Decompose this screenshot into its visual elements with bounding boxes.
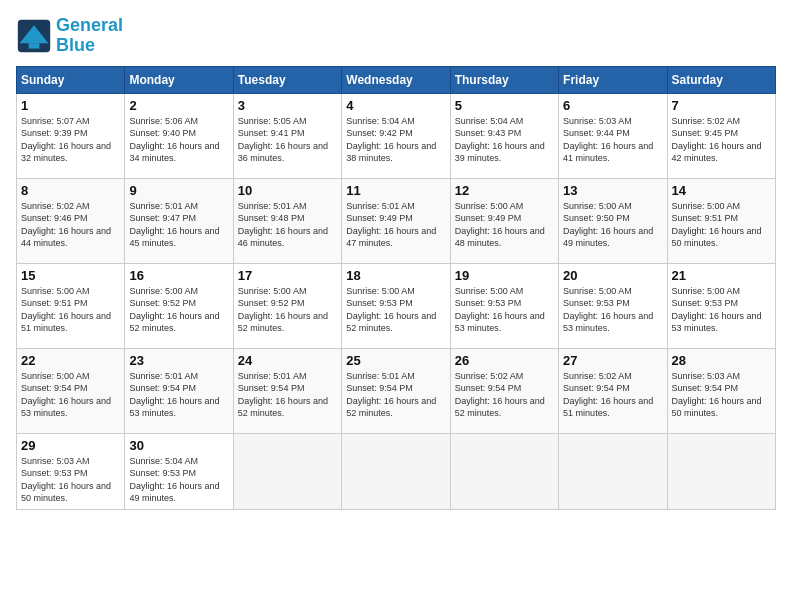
- calendar-cell: 23Sunrise: 5:01 AMSunset: 9:54 PMDayligh…: [125, 348, 233, 433]
- day-info: Sunrise: 5:02 AMSunset: 9:54 PMDaylight:…: [563, 370, 662, 420]
- logo-icon: [16, 18, 52, 54]
- calendar-cell: 20Sunrise: 5:00 AMSunset: 9:53 PMDayligh…: [559, 263, 667, 348]
- day-info: Sunrise: 5:03 AMSunset: 9:53 PMDaylight:…: [21, 455, 120, 505]
- day-number: 27: [563, 353, 662, 368]
- day-number: 25: [346, 353, 445, 368]
- day-number: 17: [238, 268, 337, 283]
- weekday-header-row: SundayMondayTuesdayWednesdayThursdayFrid…: [17, 66, 776, 93]
- calendar-cell: 14Sunrise: 5:00 AMSunset: 9:51 PMDayligh…: [667, 178, 775, 263]
- calendar-cell: 24Sunrise: 5:01 AMSunset: 9:54 PMDayligh…: [233, 348, 341, 433]
- day-info: Sunrise: 5:03 AMSunset: 9:44 PMDaylight:…: [563, 115, 662, 165]
- day-number: 15: [21, 268, 120, 283]
- day-number: 10: [238, 183, 337, 198]
- day-info: Sunrise: 5:06 AMSunset: 9:40 PMDaylight:…: [129, 115, 228, 165]
- calendar-week-row: 29Sunrise: 5:03 AMSunset: 9:53 PMDayligh…: [17, 433, 776, 509]
- day-info: Sunrise: 5:00 AMSunset: 9:49 PMDaylight:…: [455, 200, 554, 250]
- day-number: 12: [455, 183, 554, 198]
- calendar-cell: 7Sunrise: 5:02 AMSunset: 9:45 PMDaylight…: [667, 93, 775, 178]
- weekday-header: Monday: [125, 66, 233, 93]
- svg-rect-2: [29, 43, 40, 48]
- day-number: 19: [455, 268, 554, 283]
- day-info: Sunrise: 5:01 AMSunset: 9:54 PMDaylight:…: [238, 370, 337, 420]
- day-number: 7: [672, 98, 771, 113]
- logo-blue: Blue: [56, 35, 95, 55]
- day-info: Sunrise: 5:00 AMSunset: 9:51 PMDaylight:…: [21, 285, 120, 335]
- calendar-cell: 5Sunrise: 5:04 AMSunset: 9:43 PMDaylight…: [450, 93, 558, 178]
- day-number: 30: [129, 438, 228, 453]
- day-number: 6: [563, 98, 662, 113]
- day-info: Sunrise: 5:01 AMSunset: 9:54 PMDaylight:…: [129, 370, 228, 420]
- calendar-cell: [450, 433, 558, 509]
- calendar-cell: 29Sunrise: 5:03 AMSunset: 9:53 PMDayligh…: [17, 433, 125, 509]
- calendar-table: SundayMondayTuesdayWednesdayThursdayFrid…: [16, 66, 776, 510]
- day-number: 18: [346, 268, 445, 283]
- calendar-cell: 26Sunrise: 5:02 AMSunset: 9:54 PMDayligh…: [450, 348, 558, 433]
- weekday-header: Saturday: [667, 66, 775, 93]
- day-number: 21: [672, 268, 771, 283]
- day-number: 24: [238, 353, 337, 368]
- calendar-cell: 21Sunrise: 5:00 AMSunset: 9:53 PMDayligh…: [667, 263, 775, 348]
- calendar-cell: 4Sunrise: 5:04 AMSunset: 9:42 PMDaylight…: [342, 93, 450, 178]
- day-number: 1: [21, 98, 120, 113]
- logo: General Blue: [16, 16, 123, 56]
- calendar-cell: [559, 433, 667, 509]
- day-number: 16: [129, 268, 228, 283]
- day-info: Sunrise: 5:00 AMSunset: 9:51 PMDaylight:…: [672, 200, 771, 250]
- calendar-week-row: 1Sunrise: 5:07 AMSunset: 9:39 PMDaylight…: [17, 93, 776, 178]
- day-number: 13: [563, 183, 662, 198]
- day-number: 20: [563, 268, 662, 283]
- day-number: 8: [21, 183, 120, 198]
- day-number: 28: [672, 353, 771, 368]
- day-info: Sunrise: 5:01 AMSunset: 9:47 PMDaylight:…: [129, 200, 228, 250]
- day-info: Sunrise: 5:00 AMSunset: 9:54 PMDaylight:…: [21, 370, 120, 420]
- calendar-cell: 17Sunrise: 5:00 AMSunset: 9:52 PMDayligh…: [233, 263, 341, 348]
- calendar-cell: 10Sunrise: 5:01 AMSunset: 9:48 PMDayligh…: [233, 178, 341, 263]
- day-info: Sunrise: 5:02 AMSunset: 9:46 PMDaylight:…: [21, 200, 120, 250]
- day-info: Sunrise: 5:00 AMSunset: 9:52 PMDaylight:…: [238, 285, 337, 335]
- day-info: Sunrise: 5:07 AMSunset: 9:39 PMDaylight:…: [21, 115, 120, 165]
- day-number: 26: [455, 353, 554, 368]
- day-info: Sunrise: 5:02 AMSunset: 9:45 PMDaylight:…: [672, 115, 771, 165]
- day-info: Sunrise: 5:00 AMSunset: 9:53 PMDaylight:…: [672, 285, 771, 335]
- weekday-header: Tuesday: [233, 66, 341, 93]
- calendar-cell: 3Sunrise: 5:05 AMSunset: 9:41 PMDaylight…: [233, 93, 341, 178]
- day-info: Sunrise: 5:01 AMSunset: 9:49 PMDaylight:…: [346, 200, 445, 250]
- day-info: Sunrise: 5:01 AMSunset: 9:54 PMDaylight:…: [346, 370, 445, 420]
- day-info: Sunrise: 5:01 AMSunset: 9:48 PMDaylight:…: [238, 200, 337, 250]
- logo-general: General: [56, 15, 123, 35]
- calendar-cell: 13Sunrise: 5:00 AMSunset: 9:50 PMDayligh…: [559, 178, 667, 263]
- day-info: Sunrise: 5:02 AMSunset: 9:54 PMDaylight:…: [455, 370, 554, 420]
- day-info: Sunrise: 5:00 AMSunset: 9:52 PMDaylight:…: [129, 285, 228, 335]
- day-info: Sunrise: 5:04 AMSunset: 9:42 PMDaylight:…: [346, 115, 445, 165]
- calendar-cell: 18Sunrise: 5:00 AMSunset: 9:53 PMDayligh…: [342, 263, 450, 348]
- weekday-header: Friday: [559, 66, 667, 93]
- calendar-cell: [342, 433, 450, 509]
- day-info: Sunrise: 5:00 AMSunset: 9:53 PMDaylight:…: [455, 285, 554, 335]
- day-number: 2: [129, 98, 228, 113]
- day-info: Sunrise: 5:03 AMSunset: 9:54 PMDaylight:…: [672, 370, 771, 420]
- day-number: 23: [129, 353, 228, 368]
- logo-text: General Blue: [56, 16, 123, 56]
- day-info: Sunrise: 5:00 AMSunset: 9:53 PMDaylight:…: [346, 285, 445, 335]
- day-number: 9: [129, 183, 228, 198]
- day-info: Sunrise: 5:04 AMSunset: 9:43 PMDaylight:…: [455, 115, 554, 165]
- weekday-header: Wednesday: [342, 66, 450, 93]
- calendar-week-row: 8Sunrise: 5:02 AMSunset: 9:46 PMDaylight…: [17, 178, 776, 263]
- weekday-header: Sunday: [17, 66, 125, 93]
- calendar-week-row: 15Sunrise: 5:00 AMSunset: 9:51 PMDayligh…: [17, 263, 776, 348]
- day-number: 11: [346, 183, 445, 198]
- calendar-week-row: 22Sunrise: 5:00 AMSunset: 9:54 PMDayligh…: [17, 348, 776, 433]
- calendar-cell: 1Sunrise: 5:07 AMSunset: 9:39 PMDaylight…: [17, 93, 125, 178]
- day-info: Sunrise: 5:00 AMSunset: 9:50 PMDaylight:…: [563, 200, 662, 250]
- weekday-header: Thursday: [450, 66, 558, 93]
- day-number: 5: [455, 98, 554, 113]
- calendar-cell: 12Sunrise: 5:00 AMSunset: 9:49 PMDayligh…: [450, 178, 558, 263]
- day-info: Sunrise: 5:05 AMSunset: 9:41 PMDaylight:…: [238, 115, 337, 165]
- calendar-cell: 11Sunrise: 5:01 AMSunset: 9:49 PMDayligh…: [342, 178, 450, 263]
- calendar-cell: [667, 433, 775, 509]
- calendar-cell: 22Sunrise: 5:00 AMSunset: 9:54 PMDayligh…: [17, 348, 125, 433]
- calendar-cell: [233, 433, 341, 509]
- calendar-cell: 6Sunrise: 5:03 AMSunset: 9:44 PMDaylight…: [559, 93, 667, 178]
- calendar-cell: 9Sunrise: 5:01 AMSunset: 9:47 PMDaylight…: [125, 178, 233, 263]
- day-number: 14: [672, 183, 771, 198]
